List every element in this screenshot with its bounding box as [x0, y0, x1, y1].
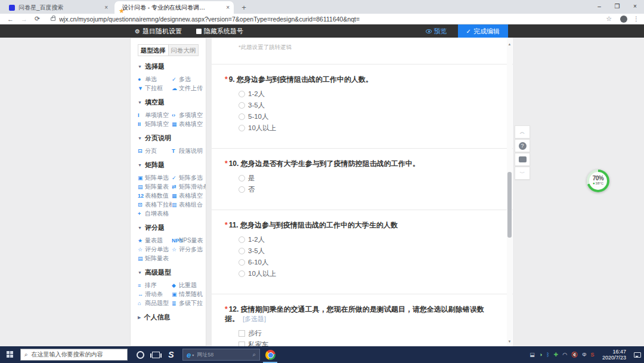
- hide-system-ids-toggle[interactable]: 隐藏系统题号: [196, 27, 243, 36]
- browser-tab-wjx-active[interactable]: ★ 设计问卷 - 专业的在线问卷调… ×: [114, 1, 234, 14]
- new-tab-button[interactable]: +: [239, 2, 249, 13]
- question-block[interactable]: *11. 您身边参与到疫情阻击战的工作中的大学生的人数1-2人3-5人6-10人…: [212, 210, 513, 294]
- sidebar-tab-question-types[interactable]: 题型选择: [138, 44, 169, 56]
- sidebar-item[interactable]: ⊡表格下拉框: [138, 200, 172, 209]
- sidebar-item[interactable]: ★量表题: [138, 236, 172, 245]
- option-row[interactable]: 1-2人: [225, 88, 489, 100]
- sidebar-item[interactable]: ▣情景随机: [172, 290, 206, 299]
- sidebar-item[interactable]: ▥表格组合: [172, 200, 206, 209]
- sidebar-item[interactable]: ▦表格填空: [172, 119, 206, 128]
- sidebar-item[interactable]: ▤矩阵量表: [138, 182, 172, 191]
- browser-tab-baidu[interactable]: 问卷星_百度搜索 ×: [5, 1, 112, 14]
- option-row[interactable]: 6-10人: [225, 257, 489, 268]
- section-header[interactable]: ▼分页说明: [138, 134, 206, 143]
- option-row[interactable]: 10人以上: [225, 122, 489, 134]
- sidebar-item[interactable]: ⊟分页: [138, 146, 172, 155]
- volume-muted-icon[interactable]: 🔇: [571, 352, 578, 358]
- tab-close-icon[interactable]: ×: [226, 4, 230, 11]
- sidebar-item[interactable]: ☆评分单选: [138, 245, 172, 254]
- url-text[interactable]: wjx.cn/mysojump/questionnairemng/designn…: [59, 16, 601, 23]
- radio-icon[interactable]: [239, 91, 245, 97]
- section-header[interactable]: ▶个人信息: [138, 313, 206, 322]
- sidebar-item[interactable]: T段落说明: [172, 146, 206, 155]
- radio-icon[interactable]: [239, 248, 245, 254]
- ime-mode-icon[interactable]: Φ: [582, 352, 586, 358]
- profile-avatar[interactable]: [620, 16, 627, 23]
- bluetooth-icon[interactable]: ᛒ: [546, 352, 549, 358]
- option-row[interactable]: 3-5人: [225, 100, 489, 111]
- battery-saver-icon[interactable]: ✚: [554, 352, 559, 358]
- help-button[interactable]: ?: [515, 139, 530, 152]
- radio-icon[interactable]: [239, 102, 245, 109]
- sidebar-item[interactable]: I单项填空: [138, 110, 172, 119]
- finish-edit-button[interactable]: ✓ 完成编辑: [458, 24, 508, 38]
- option-row[interactable]: 否: [225, 184, 489, 195]
- sidebar-item[interactable]: ▣矩阵单选: [138, 173, 172, 182]
- maximize-button[interactable]: ❐: [608, 0, 626, 14]
- sidebar-item[interactable]: ≣多级下拉: [172, 299, 206, 307]
- sidebar-item[interactable]: NPSNPS量表: [172, 236, 206, 245]
- random-settings-button[interactable]: ⚙ 题目随机设置: [135, 27, 182, 36]
- question-block[interactable]: *9. 您身边参与到疫情阻击战的工作中的人数。1-2人3-5人5-10人10人以…: [212, 64, 513, 149]
- option-row[interactable]: 10人以上: [225, 268, 489, 279]
- chrome-taskbar-button[interactable]: [260, 346, 280, 363]
- option-row[interactable]: 3-5人: [225, 245, 489, 257]
- section-header[interactable]: ▼填空题: [138, 98, 206, 107]
- action-center-button[interactable]: [631, 346, 644, 363]
- sidebar-item[interactable]: +自增表格: [138, 209, 172, 218]
- sidebar-item[interactable]: ▤矩阵量表: [138, 254, 172, 263]
- option-row[interactable]: 步行: [225, 328, 489, 339]
- bookmark-star-icon[interactable]: ☆: [606, 15, 612, 23]
- sidebar-tab-outline[interactable]: 问卷大纲: [169, 44, 199, 56]
- option-row[interactable]: 私家车: [225, 339, 489, 346]
- scroll-bottom-button[interactable]: ﹀: [515, 167, 530, 180]
- back-icon[interactable]: ←: [7, 16, 14, 23]
- radio-icon[interactable]: [239, 175, 245, 182]
- scroll-top-button[interactable]: ︿: [515, 125, 530, 139]
- question-block[interactable]: *10. 您身边是否有大学生参与到了疫情防控阻击战的工作中。是否: [212, 149, 513, 210]
- sidebar-item[interactable]: ◆比重题: [172, 281, 206, 290]
- sidebar-item[interactable]: ☁文件上传: [172, 84, 206, 93]
- tab-close-icon[interactable]: ×: [104, 4, 108, 11]
- section-header[interactable]: ▼矩阵题: [138, 161, 206, 170]
- checkbox-icon[interactable]: [239, 330, 245, 337]
- cortana-button[interactable]: [132, 346, 148, 363]
- section-header[interactable]: ▼选择题: [138, 62, 206, 71]
- radio-icon[interactable]: [239, 270, 245, 277]
- network-icon[interactable]: ◠: [562, 352, 567, 358]
- question-block[interactable]: *12. 疫情期间乘坐的交通工具，您现在所做的是测试题目，请您全选以剔除错误数据…: [212, 294, 513, 346]
- option-row[interactable]: 1-2人: [225, 234, 489, 245]
- display-icon[interactable]: ⬓: [530, 352, 535, 358]
- sidebar-item[interactable]: ‹›多项填空: [172, 110, 206, 119]
- scroll-up-arrow-icon[interactable]: ▲: [507, 41, 512, 47]
- sidebar-item[interactable]: ≡排序: [138, 281, 172, 290]
- radio-icon[interactable]: [239, 186, 245, 193]
- radio-icon[interactable]: [239, 125, 245, 131]
- sidebar-item[interactable]: 12表格数值: [138, 191, 172, 200]
- preview-button[interactable]: 预览: [426, 27, 447, 36]
- section-header[interactable]: ▼高级题型: [138, 268, 206, 277]
- task-view-button[interactable]: [148, 346, 163, 363]
- content-scrollbar[interactable]: ▲ ▼: [507, 38, 512, 346]
- pinned-app-s[interactable]: S: [163, 346, 179, 363]
- browser-menu-icon[interactable]: ⋮: [633, 16, 639, 22]
- sidebar-item[interactable]: ☆评分多选: [172, 245, 206, 254]
- taskbar-clock[interactable]: 16:47 2020/7/23: [602, 349, 626, 361]
- section-header[interactable]: ▼评分题: [138, 223, 206, 232]
- sogou-icon[interactable]: S: [590, 352, 594, 358]
- feedback-button[interactable]: [515, 153, 530, 166]
- refresh-icon[interactable]: ⟳: [35, 15, 40, 23]
- radio-icon[interactable]: [239, 236, 245, 243]
- battery-widget[interactable]: 70% ●38°C: [587, 170, 609, 192]
- sidebar-item[interactable]: ↔滑动条: [138, 290, 172, 299]
- edge-search-widget[interactable]: e ▾ 网址58 ⌕: [182, 349, 260, 361]
- start-button[interactable]: [0, 346, 20, 363]
- sidebar-item[interactable]: ✓多选: [172, 75, 206, 84]
- radio-icon[interactable]: [239, 259, 245, 266]
- sidebar-item[interactable]: ⌂商品题型: [138, 299, 172, 307]
- sidebar-item[interactable]: ✓矩阵多选: [172, 173, 206, 182]
- scrollbar-thumb[interactable]: [507, 172, 512, 238]
- scroll-down-arrow-icon[interactable]: ▼: [507, 339, 512, 344]
- security-icon[interactable]: ◑: [539, 352, 542, 358]
- minimize-button[interactable]: –: [590, 0, 608, 14]
